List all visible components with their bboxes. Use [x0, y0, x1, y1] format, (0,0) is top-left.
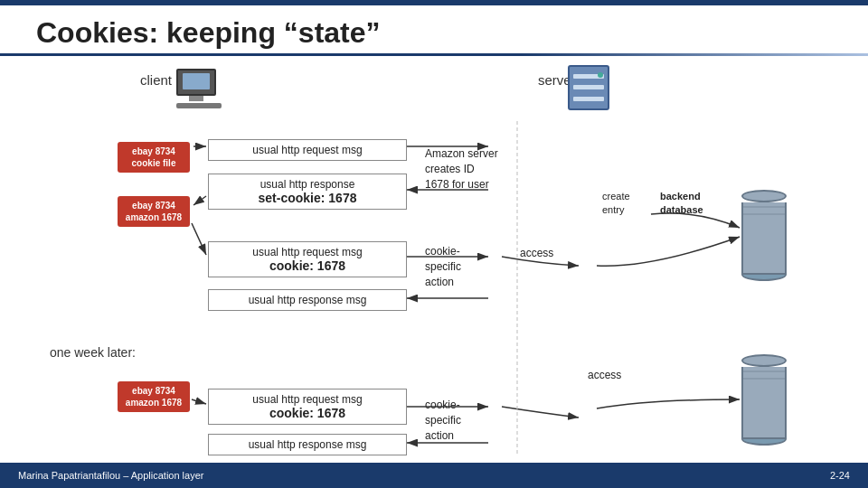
page-title: Cookies: keeping “state” [0, 5, 868, 53]
access-1: access [520, 246, 553, 261]
create-entry-annotation: create entry [602, 190, 630, 218]
footer-right: 2-24 [830, 470, 850, 481]
cookie-box-2: ebay 8734 amazon 1678 [118, 196, 190, 227]
backend-db-annotation: backend database [660, 190, 703, 218]
msg-response-2: usual http response msg [208, 289, 407, 311]
svg-line-9 [192, 399, 206, 404]
bottom-bar: Marina Papatriantafilou – Application la… [0, 463, 868, 488]
database-cylinder-1 [741, 190, 787, 281]
msg-request-2: usual http request msg cookie: 1678 [208, 241, 407, 277]
footer-left: Marina Papatriantafilou – Application la… [18, 470, 203, 481]
svg-line-5 [193, 196, 206, 205]
cookie-specific-2: cookie- specific action [425, 398, 461, 443]
amazon-creates-annotation: Amazon server creates ID 1678 for user [425, 146, 498, 192]
cookie-specific-1: cookie- specific action [425, 244, 461, 289]
database-cylinder-2 [741, 354, 787, 446]
svg-line-6 [192, 223, 206, 255]
cookie-box-1: ebay 8734 cookie file [118, 142, 190, 173]
one-week-later: one week later: [50, 345, 136, 360]
access-2: access [588, 368, 621, 383]
msg-response-3: usual http response msg [208, 434, 407, 455]
computer-icon [176, 69, 222, 108]
msg-response-1: usual http response set-cookie: 1678 [208, 174, 407, 210]
msg-request-3: usual http request msg cookie: 1678 [208, 389, 407, 425]
msg-request-1: usual http request msg [208, 139, 407, 161]
cookie-box-3: ebay 8734 amazon 1678 [118, 381, 190, 412]
client-label: client [140, 72, 172, 88]
main-content: client server ebay 8734 cookie file ebay… [0, 56, 868, 488]
server-icon [568, 65, 609, 110]
